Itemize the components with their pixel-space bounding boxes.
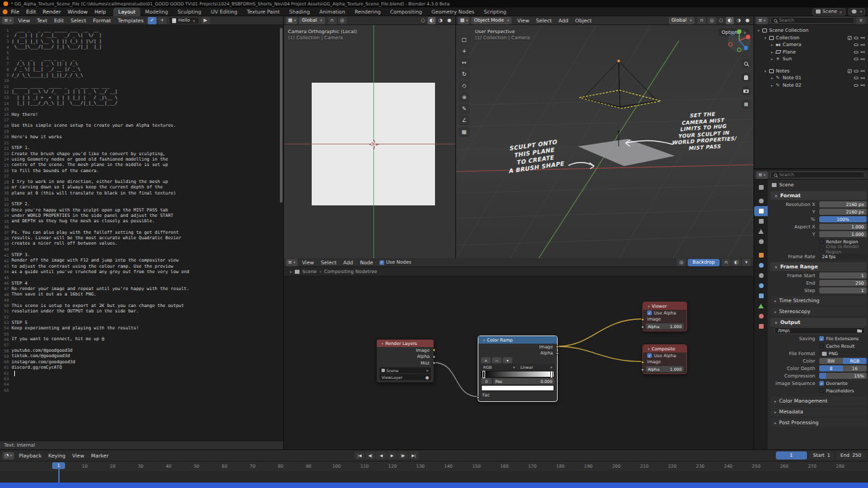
- render-button-icon[interactable]: ●: [426, 375, 429, 380]
- playhead-line[interactable]: [58, 469, 60, 483]
- aspect-x-field[interactable]: 1.000: [819, 224, 867, 230]
- close-icon[interactable]: ×: [839, 9, 842, 14]
- use-alpha-checkbox[interactable]: ✓: [647, 310, 652, 315]
- topbar-menu-item[interactable]: Window: [64, 9, 91, 15]
- transport-button[interactable]: ◀: [376, 451, 386, 460]
- resolution-y-field[interactable]: 2160 px: [819, 209, 867, 215]
- backdrop-button[interactable]: Backdrop: [688, 259, 720, 266]
- panel-post-processing[interactable]: ▸Post Processing: [770, 418, 867, 427]
- properties-tab-material[interactable]: [754, 311, 768, 321]
- compositor-menu-item[interactable]: Add: [340, 260, 357, 266]
- expander-icon[interactable]: ▾: [762, 69, 768, 73]
- outliner-row-note02[interactable]: ▸ ✎ Note 02: [756, 82, 867, 89]
- hide-eye-icon[interactable]: [854, 70, 859, 73]
- transform-orientation-dropdown[interactable]: Global▾: [669, 17, 695, 24]
- outliner-row-plane[interactable]: ▸ Plane: [756, 49, 867, 56]
- workspace-tab-layout[interactable]: Layout: [113, 7, 140, 16]
- properties-tab-scene[interactable]: [754, 226, 768, 237]
- exclude-checkbox[interactable]: ✓: [848, 69, 852, 73]
- remove-stop-button[interactable]: −: [492, 357, 501, 363]
- workspace-tab[interactable]: UV Editing: [206, 7, 242, 16]
- workspace-tab[interactable]: Animation: [314, 7, 350, 16]
- expander-icon[interactable]: ▸: [769, 43, 775, 47]
- frame-start-field[interactable]: 1: [819, 272, 867, 279]
- shading-rendered-icon[interactable]: ●: [445, 17, 453, 24]
- properties-tab-constraints[interactable]: [754, 291, 768, 301]
- ramp-stop-white[interactable]: [550, 371, 553, 378]
- disable-render-icon[interactable]: [861, 70, 865, 73]
- expander-icon[interactable]: ▾: [756, 28, 762, 33]
- input-socket-fac[interactable]: [476, 396, 480, 399]
- frame-end-field[interactable]: 250: [819, 280, 867, 286]
- filter-icon[interactable]: ∨: [856, 17, 865, 24]
- expander-icon[interactable]: ▸: [769, 50, 775, 54]
- output-socket-mist[interactable]: [432, 361, 436, 365]
- collapse-icon[interactable]: ▾: [381, 342, 384, 346]
- crop-region-checkbox[interactable]: [819, 247, 824, 251]
- collapse-icon[interactable]: ▾: [648, 304, 650, 308]
- expander-icon[interactable]: ▸: [769, 76, 775, 80]
- properties-tab-output[interactable]: [754, 206, 768, 216]
- input-socket-image[interactable]: [641, 361, 644, 364]
- transform-orientation-dropdown[interactable]: Global▾: [299, 17, 325, 24]
- outliner-row-camera[interactable]: ▸ Camera: [756, 41, 867, 49]
- tool-button[interactable]: ✎: [459, 104, 470, 114]
- chevron-down-icon[interactable]: ▾: [742, 259, 751, 266]
- node-composite[interactable]: ▾Composite ✓Use Alpha Image Alpha1.000: [642, 344, 687, 374]
- hide-eye-icon[interactable]: [854, 58, 859, 60]
- editor-type-compositor-icon[interactable]: ≡▾: [286, 259, 297, 266]
- panel-time-stretching[interactable]: ▸Time Stretching: [770, 296, 867, 305]
- text-scrollbar[interactable]: [280, 28, 283, 203]
- placeholders-checkbox[interactable]: [819, 388, 824, 393]
- cache-result-checkbox[interactable]: [819, 344, 824, 348]
- ramp-stop-black[interactable]: [482, 371, 485, 378]
- resolution-x-field[interactable]: 2160 px: [819, 201, 867, 207]
- workspace-tab[interactable]: Rendering: [350, 7, 385, 16]
- disable-render-icon[interactable]: [861, 84, 865, 87]
- use-alpha-checkbox[interactable]: ✓: [647, 353, 652, 358]
- outliner-row-scene-collection[interactable]: ▾ Scene Collection: [756, 27, 867, 35]
- transport-button[interactable]: ◀|: [365, 451, 375, 460]
- close-icon[interactable]: ×: [192, 18, 196, 23]
- viewport-menu-item[interactable]: Add: [555, 18, 572, 24]
- file-format-dropdown[interactable]: PNG: [819, 350, 867, 357]
- outliner-search-input[interactable]: [779, 18, 851, 23]
- transport-button[interactable]: |◀: [354, 451, 365, 460]
- viewport-menu-item[interactable]: View: [514, 18, 533, 24]
- output-socket-image[interactable]: [556, 345, 559, 348]
- editor-type-3dview-icon[interactable]: ▦▾: [286, 17, 297, 24]
- shading-rendered-icon[interactable]: ●: [743, 17, 751, 24]
- output-socket-image[interactable]: [432, 348, 436, 352]
- timeline-menu-item[interactable]: Playback: [16, 453, 45, 459]
- compositor-menu-item[interactable]: View: [299, 260, 318, 266]
- topbar-menu-item[interactable]: Edit: [23, 9, 40, 15]
- scene-field[interactable]: Scene×: [379, 367, 431, 373]
- workspace-tab[interactable]: Compositing: [386, 7, 427, 16]
- output-socket-alpha[interactable]: [432, 355, 436, 359]
- expander-icon[interactable]: ▸: [769, 83, 775, 87]
- outliner-row-sun[interactable]: ▸ ☀ Sun: [756, 56, 867, 63]
- input-socket-alpha[interactable]: [641, 368, 644, 371]
- proportional-edit-icon[interactable]: ◎: [338, 17, 347, 24]
- frame-end-field[interactable]: End250: [836, 451, 865, 460]
- timeline-menu-item[interactable]: Keying: [45, 453, 68, 459]
- workspace-tab[interactable]: Geometry Nodes: [427, 7, 479, 16]
- tool-button[interactable]: ∠: [459, 115, 470, 125]
- workspace-tab[interactable]: Scripting: [479, 7, 511, 16]
- ramp-options-button[interactable]: ▾: [503, 357, 512, 363]
- output-socket-alpha[interactable]: [556, 352, 559, 355]
- disable-render-icon[interactable]: [861, 43, 865, 46]
- color-mode-dropdown[interactable]: RGB▾: [481, 364, 517, 370]
- text-datablock-selector[interactable]: Hello ×: [169, 17, 199, 24]
- timeline-menu-item[interactable]: Marker: [87, 453, 112, 459]
- navigation-gizmo[interactable]: [726, 28, 752, 54]
- shading-solid-icon[interactable]: ◐: [726, 17, 734, 24]
- blender-menu-icon[interactable]: [3, 9, 7, 14]
- transport-button[interactable]: |▶: [398, 451, 408, 460]
- color-ramp-gradient[interactable]: [481, 371, 554, 378]
- file-extensions-checkbox[interactable]: ✓: [819, 336, 824, 341]
- viewport-menu-item[interactable]: Select: [533, 18, 555, 24]
- playhead-handle[interactable]: 1: [52, 462, 65, 469]
- scene-selector[interactable]: Scene ×: [812, 8, 846, 16]
- editor-type-text-icon[interactable]: ≡▾: [2, 17, 14, 24]
